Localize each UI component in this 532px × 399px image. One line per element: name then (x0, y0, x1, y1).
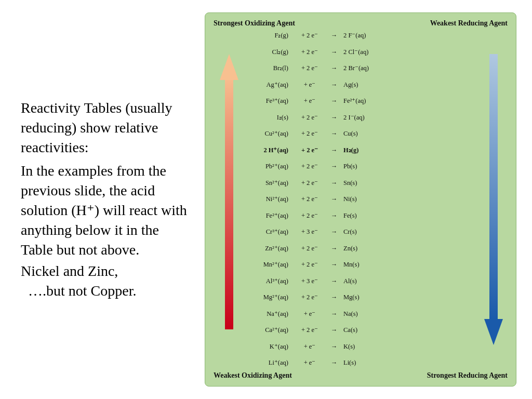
electrons-12: + 3 e⁻ (291, 228, 328, 236)
arrow-sym-3: → (328, 81, 340, 89)
electrons-0: + 2 e⁻ (291, 32, 328, 40)
reactant-15: Al³⁺(aq) (245, 277, 291, 286)
product-9: Sn(s) (340, 179, 387, 188)
arrow-sym-17: → (328, 310, 340, 318)
slide-container: Reactivity Tables (usually reducing) sho… (0, 0, 532, 399)
product-4: Fe²⁺(aq) (340, 97, 387, 105)
reaction-row: Cl₂(g) + 2 e⁻ → 2 Cl⁻(aq) (245, 48, 479, 57)
arrow-sym-11: → (328, 212, 340, 220)
product-18: Ca(s) (340, 326, 387, 335)
arrow-sym-15: → (328, 277, 340, 286)
electrons-6: + 2 e⁻ (291, 130, 328, 138)
footer-weakest-oxidizing: Weakest Oxidizing Agent (214, 371, 292, 380)
oxidizing-arrow-svg (220, 33, 238, 366)
arrow-sym-20: → (328, 359, 340, 367)
svg-rect-0 (225, 75, 233, 329)
reactant-6: Cu²⁺(aq) (245, 130, 291, 138)
reaction-row: Ag⁺(aq) + e⁻ → Ag(s) (245, 81, 479, 89)
electrons-8: + 2 e⁻ (291, 163, 328, 171)
table-header: Strongest Oxidizing Agent Weakest Reduci… (214, 19, 508, 28)
reactant-16: Mg²⁺(aq) (245, 294, 291, 302)
product-14: Mn(s) (340, 261, 387, 269)
arrow-sym-8: → (328, 163, 340, 171)
product-11: Fe(s) (340, 212, 387, 220)
reaction-row: Li⁺(aq) + e⁻ → Li(s) (245, 359, 479, 367)
reactant-18: Ca²⁺(aq) (245, 326, 291, 335)
arrow-sym-16: → (328, 294, 340, 302)
electrons-13: + 2 e⁻ (291, 245, 328, 253)
electrons-5: + 2 e⁻ (291, 114, 328, 122)
reaction-row: Fe²⁺(aq) + 2 e⁻ → Fe(s) (245, 212, 479, 220)
reaction-row: I₂(s) + 2 e⁻ → 2 I⁻(aq) (245, 114, 479, 122)
header-strongest-oxidizing: Strongest Oxidizing Agent (214, 19, 295, 28)
electrons-3: + e⁻ (291, 81, 328, 89)
reaction-row: Cu²⁺(aq) + 2 e⁻ → Cu(s) (245, 130, 479, 138)
reactant-14: Mn²⁺(aq) (245, 261, 291, 269)
product-1: 2 Cl⁻(aq) (340, 48, 387, 57)
reducing-arrow-svg (484, 33, 503, 366)
arrow-sym-6: → (328, 130, 340, 138)
table-footer: Weakest Oxidizing Agent Strongest Reduci… (214, 371, 508, 380)
reactant-13: Zn²⁺(aq) (245, 245, 291, 253)
reactant-8: Pb²⁺(aq) (245, 163, 291, 171)
product-17: Na(s) (340, 310, 387, 318)
electrons-2: + 2 e⁻ (291, 64, 328, 73)
reaction-row: Mg²⁺(aq) + 2 e⁻ → Mg(s) (245, 294, 479, 302)
electrons-4: + e⁻ (291, 97, 328, 105)
reactant-20: Li⁺(aq) (245, 359, 291, 367)
arrow-sym-1: → (328, 48, 340, 57)
product-10: Ni(s) (340, 195, 387, 204)
reactant-17: Na⁺(aq) (245, 310, 291, 318)
product-5: 2 I⁻(aq) (340, 114, 387, 122)
oxidizing-arrow-column (214, 31, 245, 368)
electrons-1: + 2 e⁻ (291, 48, 328, 57)
svg-marker-3 (484, 319, 503, 345)
reaction-row: Mn²⁺(aq) + 2 e⁻ → Mn(s) (245, 261, 479, 269)
product-3: Ag(s) (340, 81, 387, 89)
paragraph-examples: In the examples from the previous slide,… (21, 161, 192, 259)
product-6: Cu(s) (340, 130, 387, 138)
electrons-11: + 2 e⁻ (291, 212, 328, 220)
arrow-sym-5: → (328, 114, 340, 122)
arrow-sym-12: → (328, 228, 340, 236)
svg-marker-1 (220, 54, 238, 80)
footer-strongest-reducing: Strongest Reducing Agent (427, 371, 508, 380)
reactant-0: F₂(g) (245, 32, 291, 40)
electrons-14: + 2 e⁻ (291, 261, 328, 269)
paragraph-reactivity: Reactivity Tables (usually reducing) sho… (21, 98, 192, 157)
reaction-row: Cr³⁺(aq) + 3 e⁻ → Cr(s) (245, 228, 479, 236)
reactant-2: Br₂(l) (245, 64, 291, 73)
reaction-row: K⁺(aq) + e⁻ → K(s) (245, 343, 479, 351)
arrow-sym-7: → (328, 147, 340, 155)
reactant-19: K⁺(aq) (245, 343, 291, 351)
arrow-sym-9: → (328, 179, 340, 188)
product-0: 2 F⁻(aq) (340, 32, 387, 40)
electrons-15: + 3 e⁻ (291, 277, 328, 286)
product-16: Mg(s) (340, 294, 387, 302)
reactant-12: Cr³⁺(aq) (245, 228, 291, 236)
reaction-row: Pb²⁺(aq) + 2 e⁻ → Pb(s) (245, 163, 479, 171)
electrons-19: + e⁻ (291, 343, 328, 351)
reaction-row: Na⁺(aq) + e⁻ → Na(s) (245, 310, 479, 318)
reaction-row: Ca²⁺(aq) + 2 e⁻ → Ca(s) (245, 326, 479, 335)
reactant-3: Ag⁺(aq) (245, 81, 291, 89)
product-2: 2 Br⁻(aq) (340, 64, 387, 73)
arrow-sym-18: → (328, 326, 340, 335)
reactant-4: Fe³⁺(aq) (245, 97, 291, 105)
electrons-10: + 2 e⁻ (291, 195, 328, 204)
reactions-column: F₂(g) + 2 e⁻ → 2 F⁻(aq) Cl₂(g) + 2 e⁻ → … (245, 31, 479, 368)
table-body: F₂(g) + 2 e⁻ → 2 F⁻(aq) Cl₂(g) + 2 e⁻ → … (214, 31, 508, 368)
product-8: Pb(s) (340, 163, 387, 171)
arrow-sym-2: → (328, 64, 340, 73)
product-15: Al(s) (340, 277, 387, 286)
reaction-row: Ni²⁺(aq) + 2 e⁻ → Ni(s) (245, 195, 479, 204)
reactant-7: 2 H⁺(aq) (245, 147, 291, 155)
reactant-5: I₂(s) (245, 114, 291, 122)
header-weakest-reducing: Weakest Reducing Agent (430, 19, 508, 28)
arrow-sym-0: → (328, 32, 340, 40)
reactant-11: Fe²⁺(aq) (245, 212, 291, 220)
reaction-row: Br₂(l) + 2 e⁻ → 2 Br⁻(aq) (245, 64, 479, 73)
reactant-1: Cl₂(g) (245, 48, 291, 57)
arrow-sym-10: → (328, 195, 340, 204)
reaction-row: Al³⁺(aq) + 3 e⁻ → Al(s) (245, 277, 479, 286)
